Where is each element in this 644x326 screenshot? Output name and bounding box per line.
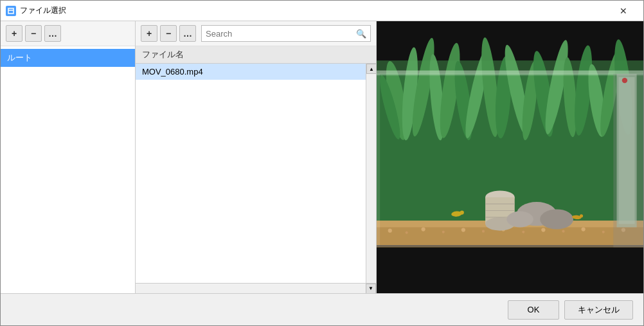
scrollbar[interactable]: ▲ xyxy=(366,64,376,283)
svg-point-40 xyxy=(602,231,605,233)
aquarium-preview xyxy=(377,21,643,293)
ok-button[interactable]: OK xyxy=(508,300,559,320)
svg-rect-28 xyxy=(377,227,643,247)
bottom-scroll-area: ▼ xyxy=(136,283,376,293)
svg-point-33 xyxy=(461,228,465,231)
bottom-bar: OK キャンセル xyxy=(1,293,643,325)
svg-rect-58 xyxy=(377,74,380,248)
svg-point-57 xyxy=(580,214,583,217)
tree-item-root[interactable]: ルート xyxy=(1,49,135,67)
svg-rect-26 xyxy=(377,74,643,76)
search-icon: 🔍 xyxy=(356,29,366,39)
svg-point-39 xyxy=(582,227,586,231)
middle-more-button[interactable]: … xyxy=(179,25,196,42)
svg-point-30 xyxy=(406,231,408,234)
svg-point-52 xyxy=(540,209,573,229)
middle-remove-button[interactable]: − xyxy=(160,25,177,42)
svg-point-32 xyxy=(442,231,445,233)
window-title: ファイル選択 xyxy=(20,5,609,16)
tree-area: ルート xyxy=(1,46,135,293)
window-icon xyxy=(6,6,16,16)
window: ファイル選択 ✕ + − … ルート + − … xyxy=(0,0,644,326)
close-button[interactable]: ✕ xyxy=(609,1,638,21)
svg-point-38 xyxy=(562,230,564,233)
main-content: + − … ルート + − … 🔍 ファイル名 xyxy=(1,21,643,293)
file-list-header: ファイル名 xyxy=(136,46,376,64)
svg-rect-59 xyxy=(377,248,643,293)
svg-point-53 xyxy=(506,212,533,228)
scroll-down-arrow[interactable]: ▼ xyxy=(366,284,376,294)
svg-point-31 xyxy=(422,227,425,231)
svg-rect-0 xyxy=(8,8,13,14)
left-remove-button[interactable]: − xyxy=(25,25,42,42)
middle-add-button[interactable]: + xyxy=(141,25,157,42)
file-item-mov[interactable]: MOV_0680.mp4 xyxy=(136,64,376,80)
file-list-area: MOV_0680.mp4 ▲ xyxy=(136,64,376,283)
preview-panel xyxy=(377,21,643,293)
file-name: MOV_0680.mp4 xyxy=(142,67,203,77)
svg-point-34 xyxy=(482,230,485,233)
middle-toolbar: + − … 🔍 xyxy=(136,21,376,46)
title-bar: ファイル選択 ✕ xyxy=(1,1,643,21)
left-add-button[interactable]: + xyxy=(6,25,22,42)
svg-point-29 xyxy=(388,229,392,233)
svg-point-37 xyxy=(541,228,545,231)
middle-panel: + − … 🔍 ファイル名 MOV_0680.mp4 ▲ ▼ xyxy=(136,21,377,293)
search-input[interactable] xyxy=(206,29,356,39)
svg-point-36 xyxy=(522,231,524,233)
left-toolbar: + − … xyxy=(1,21,135,46)
svg-rect-61 xyxy=(613,74,643,248)
search-box[interactable]: 🔍 xyxy=(201,25,371,42)
left-panel: + − … ルート xyxy=(1,21,136,293)
scroll-up-arrow[interactable]: ▲ xyxy=(366,64,376,74)
left-more-button[interactable]: … xyxy=(44,25,61,42)
tree-item-label: ルート xyxy=(7,52,32,64)
svg-point-55 xyxy=(460,211,464,215)
cancel-button[interactable]: キャンセル xyxy=(564,300,633,320)
